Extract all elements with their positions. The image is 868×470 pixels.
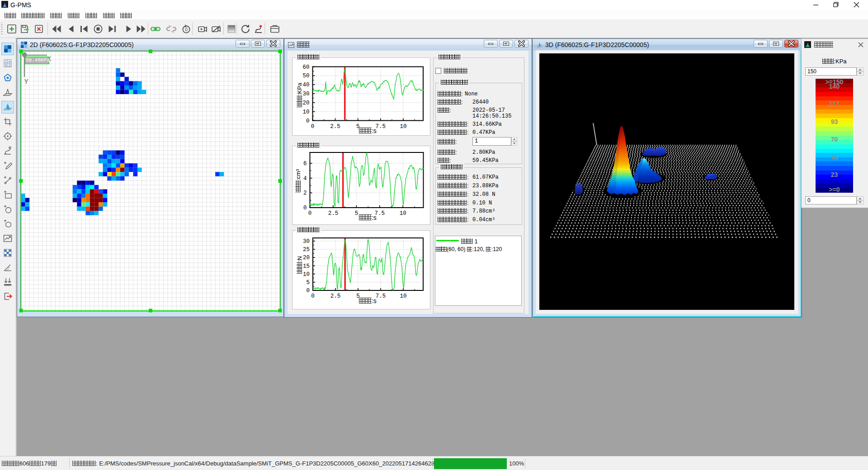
svg-text:60: 60 — [302, 64, 309, 71]
svg-text:30: 30 — [303, 238, 310, 245]
svg-text:20: 20 — [303, 255, 310, 261]
svg-text:25: 25 — [303, 247, 310, 253]
svg-text:0: 0 — [306, 118, 310, 124]
svg-text:0: 0 — [306, 288, 310, 294]
svg-text:10: 10 — [302, 109, 309, 115]
svg-text:0: 0 — [185, 27, 188, 32]
svg-text:5: 5 — [355, 210, 359, 217]
svg-text:5: 5 — [5, 63, 7, 67]
svg-text:6: 6 — [303, 161, 307, 167]
svg-text:2.5: 2.5 — [330, 123, 340, 130]
svg-text:0: 0 — [311, 123, 315, 130]
svg-text:20: 20 — [302, 100, 309, 106]
svg-text:5: 5 — [306, 280, 310, 286]
svg-text:0: 0 — [303, 205, 307, 211]
svg-text:4: 4 — [303, 176, 307, 182]
svg-text:40: 40 — [302, 82, 309, 88]
svg-text:7.5: 7.5 — [376, 123, 386, 130]
svg-text:10: 10 — [400, 210, 406, 217]
svg-text:30: 30 — [302, 91, 309, 97]
svg-text:15: 15 — [303, 263, 310, 270]
svg-text:2.5: 2.5 — [328, 210, 339, 217]
svg-text:0: 0 — [308, 210, 312, 217]
svg-text:3: 3 — [9, 63, 11, 67]
svg-text:7.5: 7.5 — [376, 293, 386, 299]
svg-text:10: 10 — [303, 271, 310, 278]
svg-text:10: 10 — [400, 293, 406, 299]
svg-text:50: 50 — [302, 73, 309, 79]
svg-text:10: 10 — [400, 123, 406, 130]
svg-text:2.5: 2.5 — [330, 293, 341, 299]
svg-text:0: 0 — [311, 293, 315, 299]
svg-text:2: 2 — [303, 190, 307, 196]
